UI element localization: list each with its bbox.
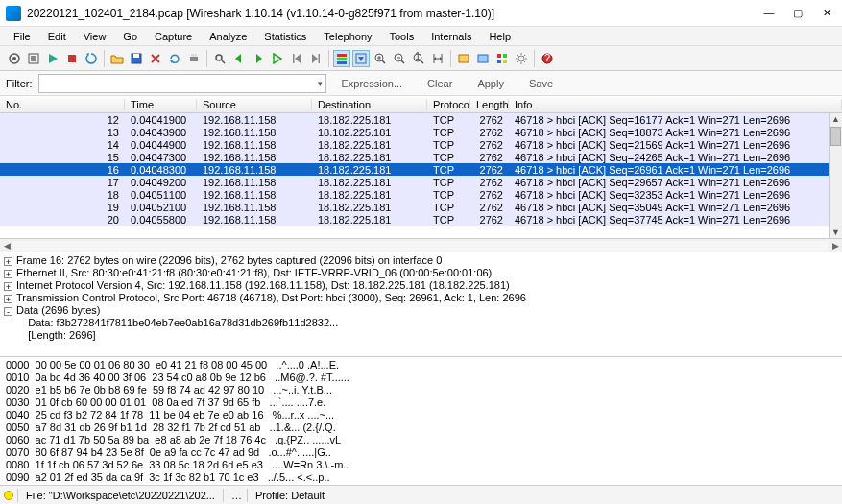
zoom-in-icon[interactable] bbox=[372, 50, 389, 67]
expand-icon[interactable]: + bbox=[4, 270, 12, 278]
col-source[interactable]: Source bbox=[197, 99, 312, 110]
menu-telephony[interactable]: Telephony bbox=[316, 29, 379, 44]
detail-line[interactable]: [Length: 2696] bbox=[4, 329, 838, 342]
packet-row[interactable]: 120.04041900192.168.11.15818.182.225.181… bbox=[0, 113, 842, 126]
display-filters-icon[interactable] bbox=[474, 50, 492, 67]
menu-help[interactable]: Help bbox=[481, 29, 518, 44]
scroll-thumb[interactable] bbox=[830, 127, 841, 146]
minimize-button[interactable]: — bbox=[763, 7, 775, 19]
print-icon[interactable] bbox=[185, 50, 203, 67]
scroll-down-icon[interactable]: ▼ bbox=[830, 227, 842, 238]
clear-button[interactable]: Clear bbox=[418, 76, 462, 91]
scroll-right-icon[interactable]: ▶ bbox=[829, 241, 842, 251]
restart-capture-icon[interactable] bbox=[83, 50, 100, 67]
packet-bytes[interactable]: 0000 00 00 5e 00 01 06 80 30 e0 41 21 f8… bbox=[0, 357, 842, 485]
help-icon[interactable]: ? bbox=[539, 50, 556, 67]
status-profile[interactable]: Profile: Default bbox=[252, 490, 328, 501]
packet-row[interactable]: 190.04052100192.168.11.15818.182.225.181… bbox=[0, 201, 842, 213]
menu-internals[interactable]: Internals bbox=[423, 29, 479, 44]
capture-options-icon[interactable] bbox=[25, 50, 42, 67]
expression-button[interactable]: Expression... bbox=[332, 76, 413, 91]
col-time[interactable]: Time bbox=[125, 99, 197, 110]
menu-file[interactable]: File bbox=[6, 29, 38, 44]
col-info[interactable]: Info bbox=[509, 99, 842, 110]
detail-line[interactable]: +Frame 16: 2762 bytes on wire (22096 bit… bbox=[4, 254, 838, 267]
menu-statistics[interactable]: Statistics bbox=[256, 29, 314, 44]
close-file-icon[interactable] bbox=[147, 50, 164, 67]
go-first-icon[interactable] bbox=[288, 50, 305, 67]
save-file-icon[interactable] bbox=[128, 50, 145, 67]
packet-row[interactable]: 140.04044900192.168.11.15818.182.225.181… bbox=[0, 138, 842, 151]
filter-bar: Filter: ▾ Expression... Clear Apply Save bbox=[0, 71, 842, 96]
packet-row[interactable]: 200.04055800192.168.11.15818.182.225.181… bbox=[0, 213, 842, 226]
zoom-reset-icon[interactable]: 1 bbox=[410, 50, 427, 67]
horizontal-scrollbar[interactable]: ◀ ▶ bbox=[0, 238, 842, 252]
packet-row[interactable]: 180.04051100192.168.11.15818.182.225.181… bbox=[0, 188, 842, 201]
menu-analyze[interactable]: Analyze bbox=[202, 29, 254, 44]
collapse-icon[interactable]: - bbox=[4, 307, 12, 316]
zoom-out-icon[interactable] bbox=[391, 50, 408, 67]
start-capture-icon[interactable] bbox=[44, 50, 61, 67]
svg-line-15 bbox=[222, 60, 225, 63]
go-back-icon[interactable] bbox=[230, 50, 248, 67]
menu-edit[interactable]: Edit bbox=[40, 29, 74, 44]
detail-line[interactable]: +Transmission Control Protocol, Src Port… bbox=[4, 292, 838, 304]
colorize-icon[interactable] bbox=[333, 50, 350, 67]
detail-line[interactable]: -Data (2696 bytes) bbox=[4, 304, 838, 317]
packet-details[interactable]: +Frame 16: 2762 bytes on wire (22096 bit… bbox=[0, 252, 842, 357]
col-destination[interactable]: Destination bbox=[312, 99, 427, 110]
maximize-button[interactable]: ▢ bbox=[792, 7, 804, 19]
capture-interfaces-icon[interactable] bbox=[6, 50, 23, 67]
status-ellipsis[interactable]: … bbox=[228, 490, 243, 501]
filter-input[interactable]: ▾ bbox=[38, 74, 326, 93]
detail-line[interactable]: Data: f3b272841f7811be04eb7ee0ab16a78d31… bbox=[4, 317, 838, 329]
packet-list[interactable]: 120.04041900192.168.11.15818.182.225.181… bbox=[0, 113, 842, 226]
dropdown-icon[interactable]: ▾ bbox=[318, 79, 323, 88]
hex-line[interactable]: 0040 25 cd f3 b2 72 84 1f 78 11 be 04 eb… bbox=[6, 409, 836, 421]
menu-tools[interactable]: Tools bbox=[382, 29, 422, 44]
go-to-packet-icon[interactable] bbox=[269, 50, 286, 67]
packet-row[interactable]: 150.04047300192.168.11.15818.182.225.181… bbox=[0, 151, 842, 163]
expand-icon[interactable]: + bbox=[4, 257, 12, 266]
detail-line[interactable]: +Ethernet II, Src: 80:30:e0:41:21:f8 (80… bbox=[4, 267, 838, 279]
go-forward-icon[interactable] bbox=[250, 50, 267, 67]
hex-line[interactable]: 0050 a7 8d 31 db 26 9f b1 1d 28 32 f1 7b… bbox=[6, 421, 836, 434]
hex-line[interactable]: 0060 ac 71 d1 7b 50 5a 89 ba e8 a8 ab 2e… bbox=[6, 434, 836, 446]
expert-info-icon[interactable] bbox=[4, 491, 13, 500]
scroll-left-icon[interactable]: ◀ bbox=[0, 241, 13, 251]
scroll-up-icon[interactable]: ▲ bbox=[830, 113, 842, 125]
preferences-icon[interactable] bbox=[513, 50, 530, 67]
packet-row[interactable]: 130.04043900192.168.11.15818.182.225.181… bbox=[0, 126, 842, 138]
coloring-rules-icon[interactable] bbox=[493, 50, 511, 67]
capture-filters-icon[interactable] bbox=[455, 50, 472, 67]
hex-line[interactable]: 0010 0a bc 4d 36 40 00 3f 06 23 54 c0 a8… bbox=[6, 372, 836, 384]
resize-columns-icon[interactable] bbox=[429, 50, 446, 67]
col-length[interactable]: Length bbox=[470, 99, 509, 110]
reload-file-icon[interactable] bbox=[166, 50, 183, 67]
hex-line[interactable]: 0000 00 00 5e 00 01 06 80 30 e0 41 21 f8… bbox=[6, 359, 836, 372]
packet-row[interactable]: 160.04048300192.168.11.15818.182.225.181… bbox=[0, 163, 842, 176]
vertical-scrollbar[interactable]: ▲ ▼ bbox=[829, 113, 842, 238]
col-no[interactable]: No. bbox=[0, 99, 125, 110]
expand-icon[interactable]: + bbox=[4, 282, 12, 291]
packet-row[interactable]: 170.04049200192.168.11.15818.182.225.181… bbox=[0, 176, 842, 188]
menu-go[interactable]: Go bbox=[115, 29, 145, 44]
hex-line[interactable]: 0020 e1 b5 b6 7e 0b b8 69 fe 59 f8 74 ad… bbox=[6, 384, 836, 396]
stop-capture-icon[interactable] bbox=[63, 50, 81, 67]
hex-line[interactable]: 0030 01 0f cb 60 00 00 01 01 08 0a ed 7f… bbox=[6, 396, 836, 409]
find-packet-icon[interactable] bbox=[211, 50, 229, 67]
hex-line[interactable]: 0070 80 6f 87 94 b4 23 5e 8f 0e a9 fa cc… bbox=[6, 446, 836, 459]
menu-capture[interactable]: Capture bbox=[147, 29, 200, 44]
apply-button[interactable]: Apply bbox=[468, 76, 514, 91]
open-file-icon[interactable] bbox=[108, 50, 126, 67]
go-last-icon[interactable] bbox=[307, 50, 325, 67]
hex-line[interactable]: 0090 a2 01 2f ed 35 da ca 9f 3c 1f 3c 82… bbox=[6, 471, 836, 484]
close-button[interactable]: ✕ bbox=[821, 7, 832, 19]
col-protocol[interactable]: Protocol bbox=[427, 99, 470, 110]
detail-line[interactable]: +Internet Protocol Version 4, Src: 192.1… bbox=[4, 279, 838, 292]
hex-line[interactable]: 0080 1f 1f cb 06 57 3d 52 6e 33 08 5c 18… bbox=[6, 459, 836, 471]
menu-view[interactable]: View bbox=[76, 29, 114, 44]
expand-icon[interactable]: + bbox=[4, 295, 12, 303]
save-button[interactable]: Save bbox=[519, 76, 563, 91]
auto-scroll-icon[interactable] bbox=[352, 50, 370, 67]
